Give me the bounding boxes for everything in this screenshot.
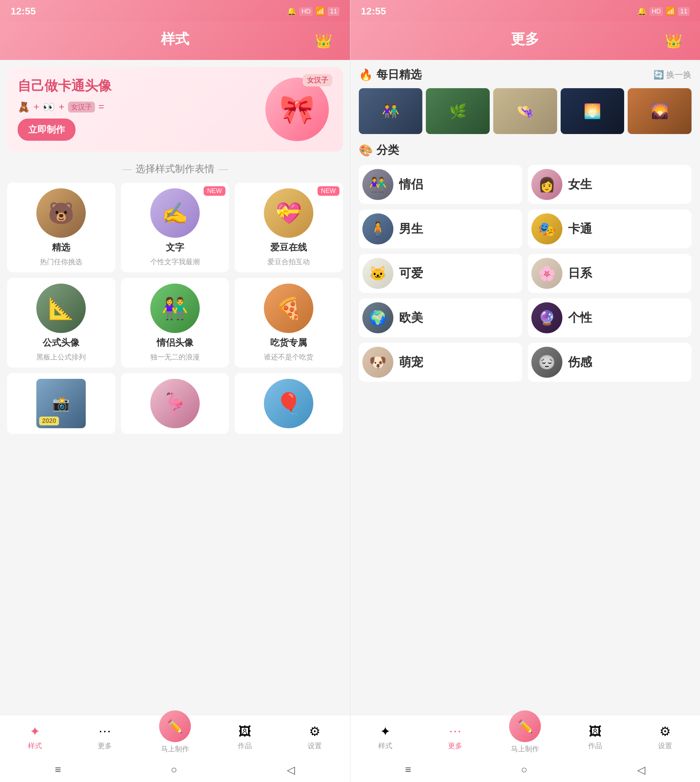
daily-title-text: 每日精选 (377, 67, 422, 83)
page-title-left: 样式 (161, 29, 189, 49)
menu-sys-btn-left[interactable]: ≡ (55, 764, 61, 775)
cat-label-personal: 个性 (568, 310, 592, 326)
banner-doll-icon: 🧸 (18, 101, 30, 113)
cat-thumb-cartoon: 🎭 (532, 213, 562, 245)
card-desc-idol: 爱豆合拍互动 (267, 257, 310, 267)
back-sys-btn-left[interactable]: ◁ (287, 764, 295, 776)
card-image-idol: 💝 (264, 188, 313, 238)
style-nav-label: 样式 (28, 741, 42, 750)
menu-sys-btn-right[interactable]: ≡ (405, 764, 412, 775)
card-name-idol: 爱豆在线 (270, 241, 307, 254)
cat-label-couple: 情侣 (399, 176, 423, 193)
categories-grid: 👫 情侣 👩 女生 🧍 男生 (359, 165, 692, 382)
make-button-left[interactable]: ✏️ (159, 710, 191, 742)
cat-thumb-japan: 🌸 (532, 258, 562, 289)
style-nav-icon: ✦ (30, 724, 40, 739)
category-title: 分类 (377, 143, 399, 158)
card-name-couple: 情侣头像 (157, 336, 193, 349)
nav-center-left: ✏️ 马上制作 (140, 721, 210, 754)
cat-boy[interactable]: 🧍 男生 (359, 210, 523, 248)
nav-item-settings-right[interactable]: ⚙ 设置 (630, 724, 700, 750)
cat-sad[interactable]: 😔 伤感 (528, 343, 692, 382)
nav-center-right: ✏️ 马上制作 (490, 721, 560, 754)
daily-img-2[interactable]: 🌿 (426, 88, 490, 134)
cat-couple[interactable]: 👫 情侣 (359, 165, 523, 204)
left-phone: 12:55 🔔 HD 📶 11 样式 👑 自己做卡通头像 🧸 + 👀 + 女汉子 (0, 0, 350, 782)
cat-pet[interactable]: 🐶 萌宠 (359, 343, 523, 382)
cat-thumb-cute: 🐱 (362, 258, 393, 289)
card-featured[interactable]: 🐻 精选 热门任你挑选 (7, 183, 115, 272)
settings-nav-icon-left: ⚙ (309, 724, 320, 739)
cat-cartoon[interactable]: 🎭 卡通 (528, 210, 692, 248)
categories-section: 🎨 分类 👫 情侣 👩 女生 (359, 143, 692, 382)
card-image-food: 🍕 (264, 284, 313, 333)
status-icons-right: 🔔 HD 📶 11 (637, 7, 689, 16)
card-desc-food: 谁还不是个吃货 (264, 353, 313, 362)
back-sys-btn-right[interactable]: ◁ (637, 764, 645, 776)
card-desc-featured: 热门任你挑选 (40, 257, 82, 267)
crown-icon-left[interactable]: 👑 (315, 32, 332, 49)
cat-label-pet: 萌宠 (399, 354, 423, 370)
cat-western[interactable]: 🌍 欧美 (359, 298, 523, 337)
cat-girl[interactable]: 👩 女生 (528, 165, 692, 204)
daily-img-5[interactable]: 🌄 (628, 88, 692, 134)
fire-icon: 🔥 (359, 68, 373, 82)
nav-item-style-right[interactable]: ✦ 样式 (350, 724, 420, 750)
nav-item-settings-left[interactable]: ⚙ 设置 (280, 724, 350, 750)
cat-label-boy: 男生 (399, 221, 423, 237)
nav-item-works-right[interactable]: 🖼 作品 (560, 724, 630, 750)
card-food[interactable]: 🍕 吃货专属 谁还不是个吃货 (235, 278, 343, 368)
works-nav-label: 作品 (238, 741, 252, 750)
card-formula[interactable]: 📐 公式头像 黑板上公式排列 (7, 278, 115, 368)
card-idol[interactable]: NEW 💝 爱豆在线 爱豆合拍互动 (235, 183, 343, 272)
app-header-right: 更多 👑 (350, 21, 700, 60)
app-header-left: 样式 👑 (0, 21, 350, 60)
card-desc-couple: 独一无二的浪漫 (150, 353, 200, 362)
cat-thumb-western: 🌍 (362, 302, 393, 333)
home-sys-btn-left[interactable]: ○ (171, 764, 177, 775)
make-button-right[interactable]: ✏️ (509, 710, 541, 742)
cat-header: 🎨 分类 (359, 143, 692, 158)
cat-label-cute: 可爱 (399, 265, 423, 281)
more-nav-icon-right: ⋯ (449, 724, 462, 739)
settings-nav-label-right: 设置 (658, 741, 672, 750)
card-desc-formula: 黑板上公式排列 (36, 353, 86, 362)
cat-japan[interactable]: 🌸 日系 (528, 254, 692, 293)
daily-img-3[interactable]: 👒 (493, 88, 557, 134)
card-summer[interactable]: 🎈 (235, 373, 343, 434)
nav-item-more-right[interactable]: ⋯ 更多 (420, 724, 490, 750)
card-text[interactable]: NEW ✍️ 文字 个性文字我最潮 (121, 183, 229, 272)
cards-grid: 🐻 精选 热门任你挑选 NEW ✍️ 文字 个性文字我最潮 NEW 💝 爱豆在线 (7, 183, 343, 368)
make-nav-label-left: 马上制作 (161, 744, 189, 754)
battery-icon: 11 (328, 7, 339, 16)
card-flamingo-image: 🦩 (150, 379, 200, 428)
daily-img-4[interactable]: 🌅 (561, 88, 625, 134)
crown-icon-right[interactable]: 👑 (665, 32, 682, 49)
bottom-nav-left: ✦ 样式 ⋯ 更多 ✏️ 马上制作 🖼 作品 ⚙ 设置 (0, 715, 350, 757)
cat-thumb-sad: 😔 (532, 347, 562, 378)
card-name-formula: 公式头像 (43, 336, 79, 349)
style-nav-label-right: 样式 (378, 741, 392, 750)
banner-right: 🎀 女汉子 (262, 78, 332, 141)
nav-item-works-left[interactable]: 🖼 作品 (210, 724, 280, 750)
card-couple[interactable]: 👫 情侣头像 独一无二的浪漫 (121, 278, 229, 368)
signal-icon: 📶 (315, 7, 325, 16)
banner: 自己做卡通头像 🧸 + 👀 + 女汉子 = 立即制作 🎀 女汉子 (7, 67, 343, 152)
year-badge: 2020 (39, 417, 59, 425)
banner-badge: 女汉子 (303, 74, 332, 87)
card-flamingo[interactable]: 🦩 (121, 373, 229, 434)
card-2020[interactable]: 📸 2020 (7, 373, 115, 434)
main-content-left: 自己做卡通头像 🧸 + 👀 + 女汉子 = 立即制作 🎀 女汉子 选择样式 (0, 60, 350, 715)
daily-img-1[interactable]: 👫 (359, 88, 423, 134)
home-sys-btn-right[interactable]: ○ (521, 764, 527, 775)
card-2020-image: 📸 2020 (36, 379, 86, 428)
nav-item-style-left[interactable]: ✦ 样式 (0, 724, 70, 750)
cat-cute[interactable]: 🐱 可爱 (359, 254, 523, 293)
card-name-food: 吃货专属 (270, 336, 307, 349)
bottom-nav-right: ✦ 样式 ⋯ 更多 ✏️ 马上制作 🖼 作品 ⚙ 设置 (350, 715, 700, 757)
nav-item-more-left[interactable]: ⋯ 更多 (70, 724, 140, 750)
refresh-button[interactable]: 🔄 换一换 (653, 69, 692, 80)
make-now-button[interactable]: 立即制作 (18, 118, 75, 141)
cat-personal[interactable]: 🔮 个性 (528, 298, 692, 337)
alarm-icon: 🔔 (287, 7, 297, 16)
